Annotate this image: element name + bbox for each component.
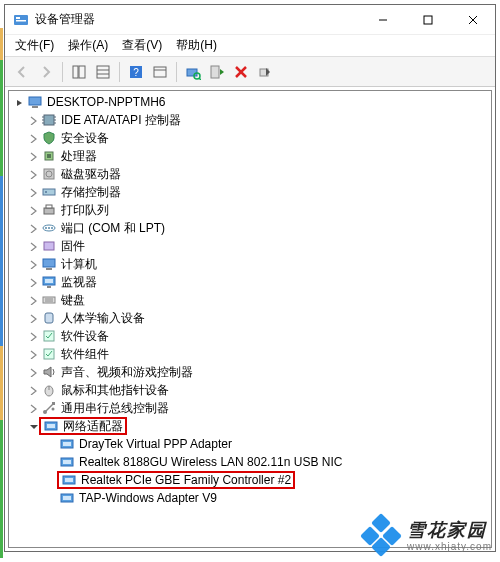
svg-point-43 (45, 227, 47, 229)
tree-category-label: 键盘 (61, 292, 85, 309)
scan-hardware-button[interactable] (182, 61, 204, 83)
help-button[interactable]: ? (125, 61, 147, 83)
tree-category[interactable]: 存储控制器 (9, 183, 491, 201)
network-category-label: 网络适配器 (63, 418, 123, 435)
show-hide-tree-button[interactable] (68, 61, 90, 83)
network-adapter-icon (59, 436, 75, 452)
svg-marker-20 (220, 69, 224, 75)
tree-category-label: 软件组件 (61, 346, 109, 363)
expand-icon[interactable] (27, 150, 39, 162)
expand-icon[interactable] (27, 348, 39, 360)
menu-help[interactable]: 帮助(H) (170, 35, 223, 56)
maximize-button[interactable] (405, 5, 450, 35)
tree-category[interactable]: 处理器 (9, 147, 491, 165)
tree-category-label: 声音、视频和游戏控制器 (61, 364, 193, 381)
tree-category-label: 端口 (COM 和 LPT) (61, 220, 165, 237)
expand-icon[interactable] (27, 402, 39, 414)
svg-rect-46 (44, 242, 54, 250)
tree-category-network[interactable]: 网络适配器 (9, 417, 491, 435)
svg-point-39 (45, 191, 47, 193)
tree-category[interactable]: 软件设备 (9, 327, 491, 345)
expand-icon[interactable] (27, 258, 39, 270)
network-adapter-item[interactable]: Realtek PCIe GBE Family Controller #2 (9, 471, 491, 489)
expand-icon[interactable] (27, 132, 39, 144)
svg-rect-19 (211, 66, 219, 78)
sound-icon (41, 364, 57, 380)
expand-icon[interactable] (27, 294, 39, 306)
svg-rect-26 (32, 106, 38, 108)
svg-point-44 (48, 227, 50, 229)
tree-category[interactable]: IDE ATA/ATAPI 控制器 (9, 111, 491, 129)
minimize-button[interactable] (360, 5, 405, 35)
expand-icon[interactable] (27, 186, 39, 198)
expand-icon[interactable] (27, 384, 39, 396)
expand-icon[interactable] (27, 204, 39, 216)
tree-category[interactable]: 计算机 (9, 255, 491, 273)
network-adapter-item[interactable]: DrayTek Virtual PPP Adapter (9, 435, 491, 453)
menu-view[interactable]: 查看(V) (116, 35, 168, 56)
keyboard-icon (41, 292, 57, 308)
tree-category[interactable]: 监视器 (9, 273, 491, 291)
network-adapter-label: Realtek PCIe GBE Family Controller #2 (81, 473, 291, 487)
chip-icon (41, 112, 57, 128)
device-tree[interactable]: DESKTOP-NPPTMH6 IDE ATA/ATAPI 控制器安全设备处理器… (8, 90, 492, 548)
tree-category[interactable]: 键盘 (9, 291, 491, 309)
toolbar-separator (119, 62, 120, 82)
svg-rect-16 (187, 69, 197, 76)
external-sidebar (0, 28, 3, 558)
close-button[interactable] (450, 5, 495, 35)
tree-category[interactable]: 鼠标和其他指针设备 (9, 381, 491, 399)
expand-icon[interactable] (27, 366, 39, 378)
computer-icon (41, 256, 57, 272)
titlebar: 设备管理器 (5, 5, 495, 35)
tree-root[interactable]: DESKTOP-NPPTMH6 (9, 93, 491, 111)
view-list-button[interactable] (92, 61, 114, 83)
expand-icon[interactable] (27, 240, 39, 252)
network-adapter-icon (61, 472, 77, 488)
svg-line-62 (45, 404, 53, 412)
tree-category[interactable]: 安全设备 (9, 129, 491, 147)
tree-category-label: 磁盘驱动器 (61, 166, 121, 183)
expand-icon[interactable] (27, 222, 39, 234)
expand-icon[interactable] (27, 312, 39, 324)
tree-category-label: 固件 (61, 238, 85, 255)
expand-icon-open[interactable] (27, 420, 39, 432)
toolbar-separator (176, 62, 177, 82)
network-adapter-label: Realtek 8188GU Wireless LAN 802.11n USB … (79, 455, 342, 469)
software-icon (41, 328, 57, 344)
tree-category[interactable]: 声音、视频和游戏控制器 (9, 363, 491, 381)
tree-category-label: 监视器 (61, 274, 97, 291)
expand-icon[interactable] (13, 96, 25, 108)
window-title: 设备管理器 (35, 11, 95, 28)
network-adapter-item[interactable]: Realtek 8188GU Wireless LAN 802.11n USB … (9, 453, 491, 471)
expand-icon[interactable] (27, 168, 39, 180)
tree-category[interactable]: 端口 (COM 和 LPT) (9, 219, 491, 237)
tree-category[interactable]: 通用串行总线控制器 (9, 399, 491, 417)
menu-action[interactable]: 操作(A) (62, 35, 114, 56)
network-adapter-label: DrayTek Virtual PPP Adapter (79, 437, 232, 451)
tree-category[interactable]: 软件组件 (9, 345, 491, 363)
uninstall-button[interactable] (230, 61, 252, 83)
tree-category[interactable]: 固件 (9, 237, 491, 255)
expand-icon[interactable] (27, 276, 39, 288)
svg-text:?: ? (133, 67, 139, 78)
tree-category[interactable]: 打印队列 (9, 201, 491, 219)
properties-button[interactable] (149, 61, 171, 83)
usb-icon (41, 400, 57, 416)
network-adapter-icon (43, 418, 59, 434)
menu-file[interactable]: 文件(F) (9, 35, 60, 56)
expand-icon[interactable] (27, 114, 39, 126)
tree-category[interactable]: 磁盘驱动器 (9, 165, 491, 183)
add-device-button[interactable] (206, 61, 228, 83)
printer-icon (41, 202, 57, 218)
expand-icon[interactable] (27, 330, 39, 342)
firmware-icon (41, 238, 57, 254)
svg-rect-51 (47, 286, 51, 288)
network-adapter-item[interactable]: TAP-Windows Adapter V9 (9, 489, 491, 507)
tree-category-label: 鼠标和其他指针设备 (61, 382, 169, 399)
svg-rect-38 (43, 189, 55, 195)
tree-category-label: 软件设备 (61, 328, 109, 345)
tree-category-label: 打印队列 (61, 202, 109, 219)
tree-category[interactable]: 人体学输入设备 (9, 309, 491, 327)
disable-button[interactable] (254, 61, 276, 83)
